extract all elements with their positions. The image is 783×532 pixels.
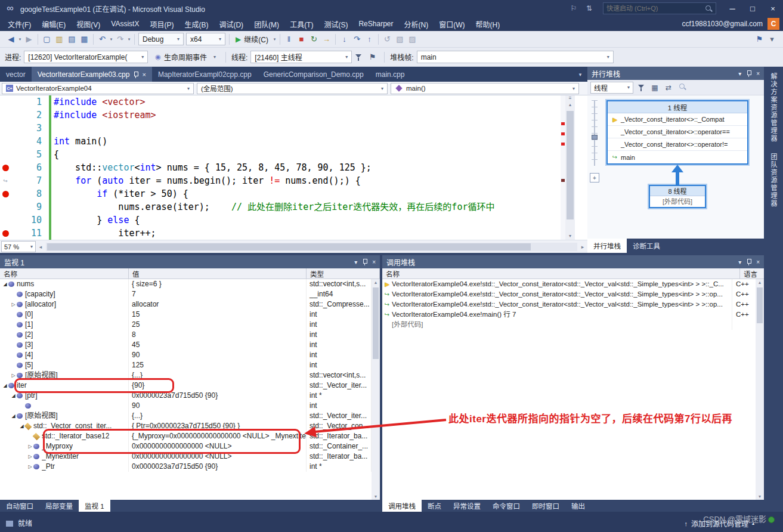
process-combo[interactable]: [12620] VectorIteratorExample( ▾: [24, 51, 148, 63]
callstack-row[interactable]: ↪VectorIteratorExample04.exe!std::_Vecto…: [382, 289, 756, 299]
expander-icon[interactable]: ▷: [10, 370, 17, 381]
solution-platforms-combo[interactable]: x64▾: [186, 33, 225, 45]
project-dropdown[interactable]: C+ VectorIteratorExample04 ▾: [2, 83, 194, 94]
auto-scroll-icon[interactable]: ⇄: [664, 83, 673, 92]
scrollbar-thumb[interactable]: [567, 111, 574, 219]
watch-row[interactable]: std::_Iterator_base12{_Myproxy=0x0000000…: [0, 431, 372, 441]
parallel-stacks-titlebar[interactable]: 并行堆栈 ▾ ×: [587, 67, 764, 80]
step-into-icon[interactable]: ↓: [338, 33, 351, 46]
panel-tab[interactable]: 断点: [422, 500, 447, 512]
watch-row[interactable]: ◢[原始视图]{...}std::_Vector_iter...: [0, 411, 372, 421]
avatar[interactable]: C: [767, 18, 779, 30]
chevron-down-icon[interactable]: ▾: [126, 37, 132, 42]
pin-icon[interactable]: [746, 70, 751, 77]
window-position-icon[interactable]: ▾: [738, 259, 741, 265]
chevron-down-icon[interactable]: ▾: [272, 37, 277, 42]
stop-debugging-icon[interactable]: ■: [295, 33, 308, 46]
panel-tab[interactable]: 局部变量: [39, 500, 79, 512]
minimize-button[interactable]: ─: [722, 0, 742, 17]
view-selector-combo[interactable]: 线程 ▾: [590, 82, 633, 94]
show-next-statement-icon[interactable]: →: [320, 33, 333, 46]
column-header-language[interactable]: 语言: [740, 268, 764, 279]
code-line[interactable]: 4int main(): [0, 135, 559, 148]
code-line[interactable]: 3: [0, 122, 559, 135]
hot-reload-icon[interactable]: ↺: [381, 33, 394, 46]
watch-row[interactable]: [0]15int: [0, 310, 372, 320]
menu-item[interactable]: 编辑(E): [36, 17, 71, 31]
pin-icon[interactable]: [133, 71, 138, 78]
panel-tab[interactable]: 监视 1: [79, 500, 110, 512]
column-header-type[interactable]: 类型: [307, 268, 380, 279]
break-all-icon[interactable]: ‖: [283, 33, 295, 46]
feedback-status-icon[interactable]: [768, 516, 775, 523]
open-file-icon[interactable]: ▥: [53, 33, 66, 46]
panel-tab[interactable]: 并行堆栈: [587, 239, 627, 253]
nav-forward-icon[interactable]: ▶: [23, 33, 35, 46]
step-over-icon[interactable]: ↷: [351, 33, 363, 46]
panel-tab[interactable]: 异常设置: [447, 500, 487, 512]
column-header-name[interactable]: 名称: [382, 268, 740, 279]
scroll-up-icon[interactable]: ▴: [372, 280, 380, 285]
window-position-icon[interactable]: ▾: [738, 70, 741, 77]
menu-item[interactable]: 项目(P): [144, 17, 179, 31]
menu-item[interactable]: 帮助(H): [470, 17, 505, 31]
lifecycle-events-button[interactable]: ◉ 生命周期事件 ▾: [151, 51, 220, 64]
column-header-name[interactable]: 名称: [0, 268, 129, 279]
stack-frame-row[interactable]: _Vector_const_iterator<>::operator==: [608, 126, 747, 138]
stack-frame-indicator[interactable]: ↪: [0, 174, 11, 187]
save-icon[interactable]: ▤: [66, 33, 78, 46]
panel-tab[interactable]: 调用堆栈: [382, 500, 422, 512]
watch-row[interactable]: ▷_Ptr0x0000023a7d715d50 {90}int *: [0, 462, 372, 472]
callstack-row[interactable]: ▶VectorIteratorExample04.exe!std::_Vecto…: [382, 279, 756, 289]
callstack-row[interactable]: [外部代码]: [382, 320, 756, 330]
code-line[interactable]: 1#include <vector>: [0, 95, 559, 109]
watch-row[interactable]: 90int: [0, 401, 372, 411]
close-icon[interactable]: ×: [372, 259, 376, 265]
tab-overflow-button[interactable]: ▾: [573, 67, 587, 82]
code-line[interactable]: 8 if (*iter > 50) {: [0, 187, 559, 200]
method-view-icon[interactable]: ▦: [650, 83, 660, 92]
side-panel-tab[interactable]: 解决方案资源管理器: [769, 73, 778, 143]
watch-row[interactable]: [1]25int: [0, 320, 372, 330]
window-position-icon[interactable]: ▾: [354, 259, 357, 265]
panel-tab[interactable]: 命令窗口: [487, 500, 526, 512]
menu-item[interactable]: 调试(D): [213, 17, 249, 31]
expander-icon[interactable]: ◢: [10, 411, 17, 421]
menu-item[interactable]: 窗口(W): [434, 17, 470, 31]
maximize-button[interactable]: □: [742, 0, 763, 17]
notifications-flag-icon[interactable]: ⚐: [566, 4, 581, 13]
restart-icon[interactable]: ↻: [308, 33, 320, 46]
code-line[interactable]: 9 nums.erase(iter); // 此处在删除iter之后iter迭代…: [0, 200, 559, 214]
panel-tab[interactable]: 自动窗口: [0, 500, 39, 512]
menu-item[interactable]: ReSharper: [353, 17, 398, 31]
code-line[interactable]: 11 iter++;: [0, 227, 559, 240]
code-line[interactable]: 2#include <iostream>: [0, 109, 559, 122]
close-icon[interactable]: ×: [756, 70, 760, 77]
scroll-right-icon[interactable]: ▸: [578, 244, 587, 250]
chevron-down-icon[interactable]: ▾: [109, 37, 114, 42]
continue-button[interactable]: ▶继续(C): [232, 33, 272, 46]
scope-dropdown[interactable]: (全局范围) ▾: [197, 83, 388, 94]
undo-icon[interactable]: ↶: [96, 33, 109, 46]
birds-eye-button[interactable]: +: [590, 173, 599, 183]
expander-icon[interactable]: ◢: [10, 391, 17, 401]
thread-combo[interactable]: [21460] 主线程 ▾: [250, 51, 352, 63]
thread-stack-box[interactable]: 1 线程 ▶_Vector_const_iterator<>::_Compat_…: [606, 100, 748, 165]
side-panel-tab[interactable]: 团队资源管理器: [769, 153, 778, 208]
zoom-slider-thumb[interactable]: [592, 135, 598, 140]
stack-frame-combo[interactable]: main ▾: [417, 51, 614, 63]
menu-item[interactable]: 团队(M): [249, 17, 284, 31]
document-tab[interactable]: vector: [0, 67, 32, 82]
nav-back-icon[interactable]: ◀: [5, 33, 17, 46]
pin-icon[interactable]: [362, 258, 367, 265]
menu-item[interactable]: 分析(N): [398, 17, 434, 31]
chevron-down-icon[interactable]: ▾: [17, 37, 23, 42]
watch-row[interactable]: ▷[allocator]allocatorstd::_Compresse...: [0, 299, 372, 310]
callstack-row[interactable]: ↪VectorIteratorExample04.exe!std::_Vecto…: [382, 299, 756, 310]
code-editor[interactable]: 1#include <vector>2#include <iostream>34…: [0, 95, 587, 240]
step-out-icon[interactable]: ↑: [363, 33, 376, 46]
watch-row[interactable]: ◢nums{ size=6 }std::vector<int,s...: [0, 279, 372, 289]
thread-stack-box[interactable]: 8 线程 [外部代码]: [649, 185, 706, 208]
watch-row[interactable]: [4]90int: [0, 350, 372, 360]
expander-icon[interactable]: ▷: [27, 451, 33, 462]
